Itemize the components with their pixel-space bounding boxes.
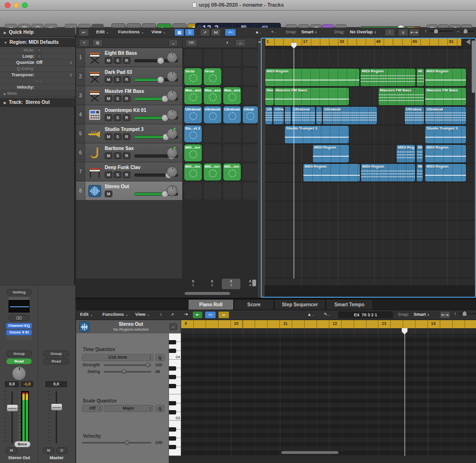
loop-slot[interactable] — [184, 182, 202, 200]
split-button[interactable]: ↕ — [156, 311, 166, 319]
loop-slot[interactable] — [243, 49, 258, 66]
pan-knob[interactable] — [167, 128, 178, 139]
loop-slot[interactable] — [243, 182, 258, 200]
volume-value-2[interactable]: 0,0 — [45, 381, 67, 387]
loop-cell-verse[interactable]: Verse — [184, 68, 202, 85]
horizontal-zoom-slider[interactable] — [462, 30, 474, 32]
scene-trigger-1[interactable]: ∧1 — [184, 279, 202, 289]
region-midi-region[interactable]: MIDI Region — [425, 69, 466, 86]
black-key[interactable] — [169, 349, 176, 353]
record-enable-button[interactable]: R — [123, 171, 130, 178]
solo-button[interactable]: S — [114, 133, 121, 140]
pan-knob-1[interactable] — [12, 366, 26, 381]
flex-button[interactable]: ⋈ — [211, 29, 221, 36]
editor-catch-button[interactable]: >ǀ< — [205, 311, 216, 319]
grid-width-button[interactable]: ↔ — [235, 39, 246, 47]
tab-step-sequencer[interactable]: Step Sequencer — [274, 299, 326, 310]
black-key[interactable] — [169, 340, 176, 344]
quick-help-header[interactable]: ▶Quick Help — [0, 28, 75, 37]
channel-setting-button[interactable]: Setting — [7, 289, 31, 295]
region-mi[interactable]: MI — [416, 69, 424, 86]
record-enable-button[interactable]: R — [123, 133, 130, 140]
loop-cell-stu-et-3[interactable]: Stu...et 3 — [184, 125, 202, 142]
pan-knob[interactable] — [167, 166, 178, 177]
region-param-transpose-[interactable]: Transpose:▴▾ — [0, 72, 75, 78]
pan-knob[interactable] — [167, 71, 178, 82]
loop-slot[interactable] — [204, 144, 221, 161]
loop-slot[interactable] — [223, 144, 241, 161]
region-ultrabeat[interactable]: Ultrabeat — [323, 107, 377, 124]
record-enable-button[interactable]: R — [123, 114, 130, 121]
track-header-eight-bit-bass[interactable]: 1Eight Bit BassMSR — [76, 48, 182, 67]
track-name[interactable]: Downtempo Kit 01 — [105, 108, 146, 113]
edit-menu[interactable]: Edit⌄ — [96, 29, 109, 34]
region-mi[interactable]: MI — [416, 145, 423, 162]
record-enable-button[interactable]: R — [123, 95, 130, 102]
loop-slot[interactable] — [243, 163, 258, 181]
region-midi-regi[interactable]: MIDI Regi — [397, 145, 415, 162]
tab-smart-tempo[interactable]: Smart Tempo — [326, 299, 373, 310]
editor-auto-zoom-button[interactable]: ⇤⇥ — [440, 311, 450, 319]
strength-slider[interactable] — [104, 364, 151, 366]
stereo-format-button[interactable] — [9, 315, 30, 321]
performance-button[interactable]: ◐ — [223, 39, 232, 47]
region-ultr[interactable]: Ultr — [265, 107, 272, 124]
volume-knob[interactable] — [157, 57, 164, 64]
mute-button[interactable]: M — [105, 95, 112, 102]
region-mi[interactable]: MI — [416, 164, 423, 181]
functions-menu[interactable]: Functions⌄ — [118, 29, 144, 34]
roll-horizontal-scrollbar[interactable] — [281, 451, 338, 454]
track-header-baritone-sax[interactable]: 6Baritone SaxMSR — [76, 143, 182, 162]
track-header-studio-trumpet-3[interactable]: 5Studio Trumpet 3MSR — [76, 124, 182, 143]
region-midi-region[interactable]: MIDI Region — [425, 145, 466, 162]
add-track-button[interactable]: + — [79, 39, 89, 47]
region-studio-trumpet-3[interactable]: Studio Trumpet 3 — [425, 126, 466, 143]
vertical-zoom-slider[interactable] — [429, 30, 453, 32]
region-ultrabeat[interactable]: Ultrabeat — [425, 107, 466, 124]
loop-cell-mid-ion[interactable]: MID...ion — [184, 163, 202, 181]
editor-pointer-tool[interactable]: ▲⌄ — [305, 311, 317, 319]
param-stepper-right[interactable]: ▴▾ — [69, 60, 72, 64]
black-key[interactable] — [169, 401, 176, 405]
editor-vertical-zoom-slider[interactable] — [459, 313, 476, 314]
loop-cell-mas-ass[interactable]: Mas...ass — [223, 87, 241, 104]
record-enable-button[interactable]: R — [123, 57, 130, 64]
velocity-slider[interactable] — [82, 442, 151, 443]
loop-slot[interactable] — [243, 68, 258, 85]
view-menu[interactable]: View⌄ — [151, 29, 166, 34]
grid-config-button[interactable]: ≡R — [186, 39, 197, 47]
plugin-slot-channel-eq[interactable]: Channel EQ — [6, 323, 32, 329]
swing-slider[interactable] — [104, 371, 151, 372]
drag-menu[interactable]: No Overlap ⇕ — [347, 29, 379, 36]
midi-in-button[interactable]: ›● — [181, 311, 191, 319]
duplicate-track-button[interactable]: ⧉ — [92, 39, 103, 47]
midi-out-button[interactable]: ●› — [192, 311, 203, 319]
record-enable-button[interactable]: R — [123, 76, 130, 83]
mute-button[interactable]: M — [105, 57, 112, 64]
region-ultrabea[interactable]: Ultrabea — [405, 107, 424, 124]
dim-button-strip2[interactable]: D — [56, 447, 68, 454]
loop-cell-ultrabeat[interactable]: Ultrabeat — [204, 106, 221, 123]
loop-slot[interactable] — [204, 49, 221, 66]
scene-trigger-4[interactable]: ∧4 — [241, 279, 259, 289]
region-clip[interactable] — [316, 107, 322, 124]
link-button[interactable]: ∞ — [218, 311, 229, 319]
pan-knob[interactable] — [167, 109, 178, 120]
solo-button[interactable]: S — [114, 171, 121, 178]
bounce-button[interactable]: Bnce — [14, 441, 30, 447]
editor-functions-menu[interactable]: Functions⌄ — [102, 312, 128, 317]
snap-menu[interactable]: Smart ⇕ — [299, 29, 319, 36]
eq-thumbnail[interactable] — [9, 300, 30, 312]
track-name[interactable]: Dark Pad 03 — [105, 70, 132, 75]
solo-button[interactable]: S — [114, 76, 121, 83]
plugin-slot-ozone[interactable]: Ozone 9 El — [6, 330, 32, 335]
grid-timeline-divider[interactable]: ◂▸ — [257, 38, 265, 298]
region-param-q-swing-[interactable]: Q-Swing: — [0, 66, 75, 72]
record-enable-button[interactable]: R — [123, 152, 130, 159]
mute-button[interactable]: M — [105, 76, 112, 83]
editor-automation-button[interactable]: ↗ — [168, 311, 177, 319]
region-midi-region[interactable]: MIDI Region — [265, 69, 359, 86]
region-studio-trumpet-3[interactable]: Studio Trumpet 3 — [285, 126, 349, 143]
pan-knob[interactable] — [167, 52, 178, 63]
mute-button[interactable]: M — [105, 152, 112, 159]
